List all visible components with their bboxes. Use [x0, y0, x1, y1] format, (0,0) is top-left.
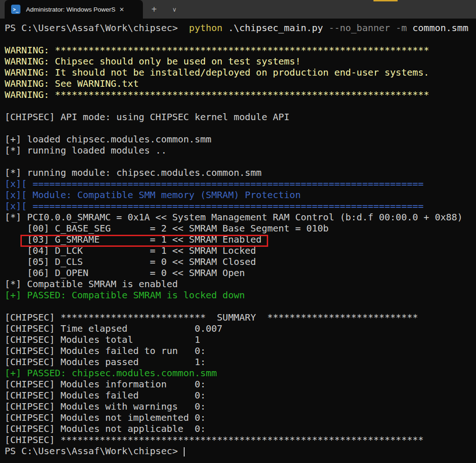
- running-module-line: [*] running module: chipsec.modules.comm…: [5, 167, 476, 178]
- warning-line: WARNING: It should not be installed/depl…: [5, 67, 476, 78]
- smram-enabled-line: [*] Compatible SMRAM is enabled: [5, 278, 476, 289]
- new-tab-button[interactable]: +: [146, 0, 162, 19]
- warning-line: WARNING: *******************************…: [5, 45, 476, 56]
- passed-line: [+] PASSED: Compatible SMRAM is locked d…: [5, 289, 476, 301]
- module-header-rule: [x][ ===================================…: [5, 200, 476, 212]
- plus-icon: +: [151, 4, 157, 15]
- text-cursor: [184, 447, 185, 457]
- summary-line: [CHIPSEC] Time elapsed 0.007: [5, 323, 476, 334]
- terminal-output: PS C:\Users\Assaf\Work\chipsec> python .…: [5, 22, 476, 457]
- close-tab-icon[interactable]: ✕: [119, 6, 124, 13]
- summary-line: [CHIPSEC] Modules total 1: [5, 334, 476, 345]
- terminal-screen[interactable]: PS C:\Users\Assaf\Work\chipsec> python .…: [0, 19, 476, 463]
- background-window-edge: [373, 0, 398, 1]
- blank-line: [5, 33, 476, 45]
- command-line: PS C:\Users\Assaf\Work\chipsec> python .…: [5, 22, 476, 33]
- register-field-line: [04] D_LCK = 1 << SMRAM Locked: [5, 245, 476, 256]
- powershell-icon: >_: [11, 5, 20, 14]
- summary-line: [CHIPSEC] Modules not implemented 0:: [5, 412, 476, 423]
- summary-line: [CHIPSEC] Modules failed 0:: [5, 390, 476, 401]
- summary-line: [CHIPSEC] Modules information 0:: [5, 379, 476, 390]
- warning-line: WARNING: *******************************…: [5, 89, 476, 100]
- register-field-line: [06] D_OPEN = 0 << SMRAM Open: [5, 267, 476, 278]
- tab-title: Administrator: Windows PowerS: [26, 6, 116, 13]
- blank-line: [5, 122, 476, 134]
- tab-bar: >_ Administrator: Windows PowerS ✕ + ∨: [0, 0, 476, 19]
- module-header-title: [x][ Module: Compatible SMM memory (SMRA…: [5, 189, 476, 200]
- summary-header-line: [CHIPSEC] ************************** SUM…: [5, 312, 476, 323]
- warning-line: WARNING: Chipsec should only be used on …: [5, 56, 476, 67]
- summary-line: [CHIPSEC] Modules passed 1:: [5, 356, 476, 367]
- blank-line: [5, 156, 476, 167]
- warning-line: WARNING: See WARNING.txt: [5, 78, 476, 89]
- prompt-line: PS C:\Users\Assaf\Work\chipsec>: [5, 445, 476, 457]
- blank-line: [5, 100, 476, 111]
- api-mode-line: [CHIPSEC] API mode: using CHIPSEC kernel…: [5, 111, 476, 122]
- running-modules-line: [*] running loaded modules ..: [5, 145, 476, 156]
- passed-module-line: [+] PASSED: chipsec.modules.common.smm: [5, 367, 476, 379]
- module-header-rule: [x][ ===================================…: [5, 178, 476, 189]
- chevron-down-icon: ∨: [172, 6, 177, 13]
- summary-line: [CHIPSEC] Modules not applicable 0:: [5, 423, 476, 434]
- register-field-line-highlighted: [03] G_SMRAME = 1 << SMRAM Enabled: [5, 234, 476, 245]
- blank-line: [5, 301, 476, 312]
- tab-dropdown-button[interactable]: ∨: [166, 0, 183, 19]
- smramc-register-line: [*] PCI0.0.0_SMRAMC = 0x1A << System Man…: [5, 212, 476, 223]
- register-field-line: [05] D_CLS = 0 << SMRAM Closed: [5, 256, 476, 267]
- summary-line: [CHIPSEC] Modules with warnings 0:: [5, 401, 476, 412]
- tab-powershell[interactable]: >_ Administrator: Windows PowerS ✕: [5, 0, 143, 19]
- summary-footer-line: [CHIPSEC] ******************************…: [5, 434, 476, 445]
- register-field-line: [00] C_BASE_SEG = 2 << SMRAM Base Segmen…: [5, 223, 476, 234]
- loaded-module-line: [+] loaded chipsec.modules.common.smm: [5, 134, 476, 145]
- summary-line: [CHIPSEC] Modules failed to run 0:: [5, 345, 476, 356]
